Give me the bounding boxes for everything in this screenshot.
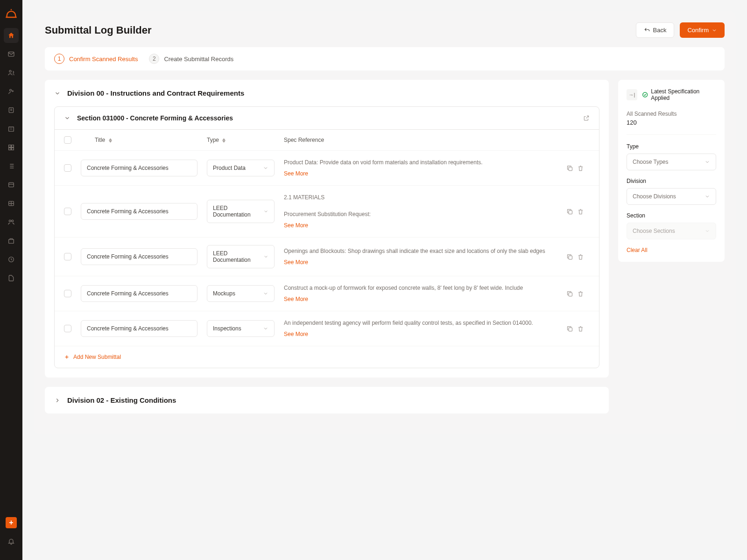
svg-rect-16: [569, 256, 572, 259]
svg-rect-15: [569, 210, 572, 214]
steps-bar: 1 Confirm Scanned Results 2 Create Submi…: [45, 47, 725, 70]
filter-type-select[interactable]: Choose Types: [627, 154, 716, 170]
add-submittal-button[interactable]: Add New Submittal: [55, 346, 599, 368]
type-select[interactable]: LEED Documentation: [207, 200, 275, 223]
row-checkbox[interactable]: [64, 253, 71, 260]
trash-icon[interactable]: [577, 290, 584, 297]
copy-icon[interactable]: [566, 165, 573, 172]
see-more-link[interactable]: See More: [284, 221, 308, 230]
nav-file[interactable]: [4, 271, 19, 286]
svg-rect-4: [9, 127, 14, 131]
filter-section-select: Choose Sections: [627, 223, 716, 239]
title-input[interactable]: Concrete Forming & Accessories: [81, 285, 197, 302]
filter-type-label: Type: [627, 143, 716, 150]
svg-rect-6: [12, 145, 14, 147]
app-logo: [5, 7, 18, 21]
title-input[interactable]: Concrete Forming & Accessories: [81, 248, 197, 265]
back-button[interactable]: Back: [636, 22, 675, 38]
nav-doc[interactable]: [4, 103, 19, 118]
filter-division-select[interactable]: Choose Divisions: [627, 188, 716, 205]
trash-icon[interactable]: [577, 165, 584, 172]
copy-icon[interactable]: [566, 290, 573, 297]
nav-team[interactable]: [4, 65, 19, 80]
title-input[interactable]: Concrete Forming & Accessories: [81, 320, 197, 337]
see-more-link[interactable]: See More: [284, 169, 308, 178]
type-select[interactable]: LEED Documentation: [207, 245, 275, 268]
nav-inbox[interactable]: [4, 47, 19, 62]
confirm-button[interactable]: Confirm: [680, 22, 725, 38]
nav-home[interactable]: [4, 28, 19, 43]
step-1[interactable]: 1 Confirm Scanned Results: [54, 54, 138, 64]
chevron-down-icon: [712, 28, 717, 33]
title-input[interactable]: Concrete Forming & Accessories: [81, 160, 197, 176]
column-title[interactable]: Title: [81, 137, 197, 143]
division-toggle[interactable]: Division 00 - Instructions and Contract …: [54, 89, 599, 97]
results-label: All Scanned Results: [627, 111, 716, 117]
column-type[interactable]: Type: [207, 137, 275, 143]
section-card: Section 031000 - Concrete Forming & Acce…: [54, 106, 599, 368]
sort-icon: [109, 138, 112, 143]
see-more-link[interactable]: See More: [284, 330, 308, 338]
nav-window[interactable]: [4, 177, 19, 192]
filter-panel: →| Latest Specification Applied All Scan…: [618, 80, 725, 262]
chevron-right-icon: [54, 397, 61, 404]
chevron-down-icon: [263, 254, 268, 259]
nav-user[interactable]: [4, 84, 19, 99]
nav-list[interactable]: [4, 159, 19, 174]
svg-rect-18: [569, 328, 572, 331]
copy-icon[interactable]: [566, 208, 573, 215]
svg-rect-14: [569, 167, 572, 171]
spec-reference: An independent testing agency will perfo…: [284, 319, 557, 327]
type-select[interactable]: Inspections: [207, 320, 275, 337]
nav-add-button[interactable]: +: [6, 517, 17, 528]
table-row: Concrete Forming & Accessories Mockups C…: [55, 276, 599, 311]
svg-point-11: [9, 220, 11, 222]
copy-icon[interactable]: [566, 325, 573, 332]
chevron-down-icon: [263, 209, 268, 214]
section-title: Section 031000 - Concrete Forming & Acce…: [77, 114, 577, 122]
table-row: Concrete Forming & Accessories Inspectio…: [55, 311, 599, 346]
nav-archive[interactable]: [4, 233, 19, 248]
step-2[interactable]: 2 Create Submittal Records: [149, 54, 233, 64]
table-header: Title Type Spec Reference: [55, 130, 599, 151]
trash-icon[interactable]: [577, 208, 584, 215]
nav-building[interactable]: [4, 121, 19, 136]
nav-clock[interactable]: [4, 252, 19, 267]
plus-icon: [64, 354, 70, 360]
chevron-down-icon[interactable]: [64, 115, 70, 121]
filter-division-label: Division: [627, 178, 716, 184]
external-link-icon[interactable]: [583, 115, 590, 121]
row-checkbox[interactable]: [64, 208, 71, 215]
row-checkbox[interactable]: [64, 164, 71, 172]
undo-icon: [644, 27, 650, 34]
nav-grid[interactable]: [4, 140, 19, 155]
collapse-panel-button[interactable]: →|: [627, 89, 637, 100]
svg-rect-8: [12, 148, 14, 150]
division-card-02: Division 02 - Existing Conditions: [45, 387, 609, 413]
svg-rect-17: [569, 293, 572, 296]
nav-table[interactable]: [4, 196, 19, 211]
see-more-link[interactable]: See More: [284, 258, 308, 266]
copy-icon[interactable]: [566, 253, 573, 260]
type-select[interactable]: Product Data: [207, 160, 275, 176]
svg-point-12: [12, 220, 14, 222]
row-checkbox[interactable]: [64, 325, 71, 332]
division-title: Division 00 - Instructions and Contract …: [67, 89, 244, 97]
clear-all-link[interactable]: Clear All: [627, 247, 716, 253]
trash-icon[interactable]: [577, 253, 584, 260]
check-circle-icon: [642, 91, 648, 98]
type-select[interactable]: Mockups: [207, 285, 275, 302]
table-row: Concrete Forming & Accessories LEED Docu…: [55, 186, 599, 238]
trash-icon[interactable]: [577, 325, 584, 332]
division-toggle[interactable]: Division 02 - Existing Conditions: [54, 396, 599, 404]
nav-notifications[interactable]: [4, 534, 19, 549]
see-more-link[interactable]: See More: [284, 295, 308, 303]
spec-applied-badge: Latest Specification Applied: [642, 88, 716, 101]
svg-rect-9: [9, 182, 14, 187]
select-all-checkbox[interactable]: [64, 136, 71, 144]
title-input[interactable]: Concrete Forming & Accessories: [81, 203, 197, 220]
table-row: Concrete Forming & Accessories Product D…: [55, 151, 599, 186]
spec-reference: Product Data: Provide data on void form …: [284, 158, 557, 167]
nav-people[interactable]: [4, 215, 19, 230]
row-checkbox[interactable]: [64, 290, 71, 297]
